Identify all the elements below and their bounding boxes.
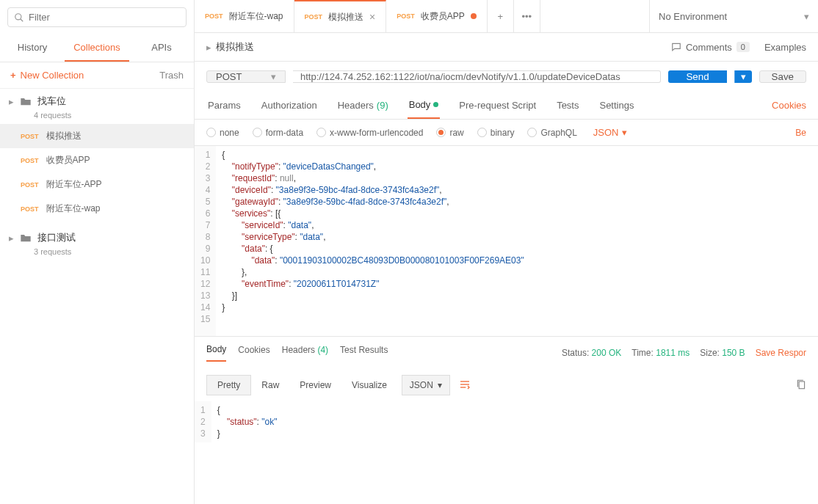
request-name: 模拟推送	[46, 130, 82, 142]
tab-tests[interactable]: Tests	[555, 92, 580, 118]
tab-method: POST	[397, 12, 415, 20]
wrap-lines-icon[interactable]	[456, 376, 474, 395]
copy-icon[interactable]	[796, 379, 806, 392]
comments-label: Comments	[686, 42, 732, 53]
raw-button[interactable]: Raw	[251, 376, 289, 395]
time-value: 1811 ms	[656, 348, 689, 358]
visualize-button[interactable]: Visualize	[341, 376, 397, 395]
line-gutter: 123	[195, 401, 211, 442]
radio-label: x-www-form-urlencoded	[330, 128, 423, 138]
radio-icon	[527, 128, 537, 137]
collection-folder[interactable]: ▸ 接口测试	[0, 225, 194, 250]
tab-apis[interactable]: APIs	[129, 34, 194, 62]
comments-count: 0	[736, 42, 750, 52]
cookies-link[interactable]: Cookies	[772, 100, 806, 111]
status-value: 200 OK	[592, 348, 622, 358]
radio-binary[interactable]: binary	[477, 128, 515, 138]
comments-button[interactable]: Comments 0	[671, 42, 750, 53]
new-collection-button[interactable]: + New Collection	[10, 70, 84, 81]
request-tab[interactable]: POST 收费员APP	[386, 0, 488, 32]
method-value: POST	[216, 71, 242, 82]
response-editor[interactable]: 123 { "status": "ok"}	[195, 401, 818, 450]
tabs-row: POST 附近车位-wap POST 模拟推送 × POST 收费员APP + …	[195, 0, 649, 32]
code-area[interactable]: { "status": "ok"}	[211, 401, 283, 442]
tab-settings[interactable]: Settings	[598, 92, 635, 118]
examples-button[interactable]: Examples	[764, 42, 806, 53]
request-item[interactable]: POST 附近车位-APP	[0, 172, 194, 197]
topbar: POST 附近车位-wap POST 模拟推送 × POST 收费员APP + …	[195, 0, 818, 33]
request-item[interactable]: POST 收费员APP	[0, 148, 194, 172]
method-badge: POST	[21, 157, 39, 164]
resp-headers-label: Headers	[282, 345, 315, 355]
breadcrumb-title: 模拟推送	[216, 40, 254, 54]
raw-format-label: JSON	[593, 127, 619, 138]
tab-method: POST	[205, 12, 223, 20]
send-button[interactable]: Send	[668, 70, 726, 83]
tab-body[interactable]: Body	[408, 92, 441, 119]
response-format-select[interactable]: JSON ▾	[402, 375, 450, 395]
breadcrumb[interactable]: ▸ 模拟推送	[206, 40, 254, 54]
radio-xwww[interactable]: x-www-form-urlencoded	[316, 128, 423, 138]
send-dropdown[interactable]: ▾	[734, 70, 752, 83]
chevron-down-icon: ▾	[271, 71, 276, 82]
request-item[interactable]: POST 模拟推送	[0, 124, 194, 148]
radio-icon	[477, 128, 487, 137]
more-tabs-button[interactable]: •••	[514, 0, 540, 32]
request-tabs: Params Authorization Headers (9) Body Pr…	[195, 92, 818, 120]
new-collection-label: New Collection	[21, 70, 84, 81]
filter-box[interactable]	[7, 7, 187, 27]
raw-format-select[interactable]: JSON ▾	[593, 127, 627, 138]
radio-icon	[436, 128, 446, 137]
size-value: 150 B	[722, 348, 745, 358]
collection-name: 找车位	[37, 95, 66, 108]
caret-right-icon: ▸	[206, 42, 211, 53]
method-select[interactable]: POST ▾	[206, 70, 286, 83]
svg-rect-5	[799, 381, 804, 389]
beautify-link[interactable]: Be	[795, 128, 806, 138]
tab-authorization[interactable]: Authorization	[260, 92, 319, 118]
body-editor[interactable]: 123456789101112131415 { "notifyType": "d…	[195, 145, 818, 336]
code-area[interactable]: { "notifyType": "deviceDatasChanged", "r…	[216, 146, 529, 336]
request-item[interactable]: POST 附近车位-wap	[0, 197, 194, 221]
environment-select[interactable]: No Environment ▾	[649, 0, 818, 32]
tab-prerequest[interactable]: Pre-request Script	[457, 92, 538, 118]
url-input[interactable]: http://124.74.252.162:1122/iot/na/iocm/d…	[293, 70, 661, 83]
request-name: 收费员APP	[46, 154, 90, 167]
trash-link[interactable]: Trash	[159, 70, 184, 81]
tab-headers[interactable]: Headers (9)	[336, 92, 390, 118]
resp-tab-testresults[interactable]: Test Results	[340, 345, 388, 361]
preview-button[interactable]: Preview	[289, 376, 341, 395]
radio-label: GraphQL	[540, 128, 576, 138]
tab-history[interactable]: History	[0, 34, 65, 62]
close-icon[interactable]: ×	[369, 11, 375, 23]
radio-icon	[206, 128, 216, 137]
tab-title: 附近车位-wap	[229, 10, 283, 23]
collection-folder[interactable]: ▸ 找车位	[0, 89, 194, 114]
tab-collections[interactable]: Collections	[65, 34, 129, 62]
save-response-button[interactable]: Save Respor	[756, 348, 806, 358]
new-tab-button[interactable]: +	[488, 0, 514, 32]
collection-name: 接口测试	[37, 231, 76, 244]
chevron-down-icon: ▾	[622, 127, 627, 138]
sidebar: History Collections APIs + New Collectio…	[0, 0, 195, 504]
request-tab[interactable]: POST 模拟推送 ×	[294, 0, 387, 32]
radio-graphql[interactable]: GraphQL	[527, 128, 576, 138]
resp-headers-count: (4)	[317, 345, 328, 355]
save-button[interactable]: Save	[759, 70, 806, 83]
filter-input[interactable]	[29, 12, 180, 23]
resp-tab-cookies[interactable]: Cookies	[238, 345, 269, 361]
radio-raw[interactable]: raw	[436, 128, 463, 138]
url-row: POST ▾ http://124.74.252.162:1122/iot/na…	[195, 62, 818, 92]
body-label: Body	[409, 99, 431, 110]
resp-tab-headers[interactable]: Headers (4)	[282, 345, 328, 361]
headers-count: (9)	[377, 100, 388, 111]
resp-tab-body[interactable]: Body	[206, 344, 226, 362]
radio-none[interactable]: none	[206, 128, 239, 138]
tab-params[interactable]: Params	[206, 92, 242, 118]
request-name: 附近车位-APP	[46, 178, 102, 191]
svg-line-1	[21, 18, 23, 21]
pretty-button[interactable]: Pretty	[206, 375, 251, 395]
request-tab[interactable]: POST 附近车位-wap	[195, 0, 294, 32]
breadcrumb-row: ▸ 模拟推送 Comments 0 Examples	[195, 33, 818, 62]
radio-formdata[interactable]: form-data	[253, 128, 303, 138]
